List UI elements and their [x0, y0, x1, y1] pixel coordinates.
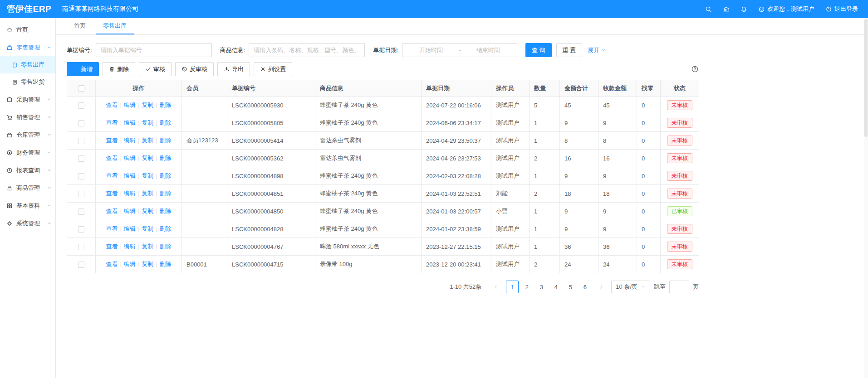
delete-button[interactable]: 删除	[103, 62, 135, 76]
row-action-edit[interactable]: 编辑	[124, 137, 136, 144]
product-cell: 蜂蜜柚子茶 240g 黄色	[315, 185, 422, 203]
sidebar-item-goods[interactable]: 商品管理	[0, 179, 55, 197]
sidebar-item-home[interactable]: 首页	[0, 21, 55, 39]
row-action-edit[interactable]: 编辑	[124, 119, 136, 126]
action-separator: |	[156, 119, 157, 126]
status-cell: 未审核	[661, 132, 699, 150]
row-checkbox[interactable]	[78, 173, 84, 179]
sidebar-item-retail[interactable]: 零售管理	[0, 39, 55, 56]
row-action-copy[interactable]: 复制	[142, 172, 153, 179]
logout-button[interactable]: 退出登录	[825, 5, 858, 13]
sidebar-item-basedata[interactable]: 基本资料	[0, 197, 55, 214]
sidebar-item-finance[interactable]: 财务管理	[0, 144, 55, 161]
row-checkbox[interactable]	[78, 138, 84, 144]
row-action-copy[interactable]: 复制	[142, 119, 153, 126]
row-action-edit[interactable]: 编辑	[124, 243, 136, 250]
page-button-1[interactable]: 1	[506, 281, 519, 293]
notifications-button[interactable]	[740, 6, 747, 13]
select-all-checkbox[interactable]	[78, 85, 84, 92]
row-action-view[interactable]: 查看	[106, 243, 118, 250]
row-action-delete[interactable]: 删除	[160, 190, 172, 197]
row-action-edit[interactable]: 编辑	[124, 225, 136, 232]
search-button[interactable]	[705, 6, 712, 13]
row-action-view[interactable]: 查看	[106, 172, 118, 179]
row-action-delete[interactable]: 删除	[160, 243, 172, 250]
column-settings-button[interactable]: 列设置	[254, 62, 292, 76]
row-action-edit[interactable]: 编辑	[124, 155, 136, 161]
audit-button[interactable]: 审核	[139, 62, 172, 76]
row-action-view[interactable]: 查看	[106, 190, 118, 197]
next-page-button[interactable]	[595, 281, 608, 293]
jump-page-input[interactable]	[669, 281, 689, 293]
row-checkbox[interactable]	[78, 155, 84, 162]
row-action-view[interactable]: 查看	[106, 225, 118, 232]
row-checkbox[interactable]	[78, 226, 84, 233]
row-action-delete[interactable]: 删除	[160, 225, 172, 232]
row-checkbox[interactable]	[78, 191, 84, 197]
scrollbar-thumb[interactable]	[864, 19, 868, 137]
row-action-edit[interactable]: 编辑	[124, 190, 136, 197]
page-button-5[interactable]: 5	[564, 281, 577, 293]
row-checkbox[interactable]	[78, 120, 84, 126]
sidebar-item-warehouse[interactable]: 仓库管理	[0, 126, 55, 144]
date-range-picker[interactable]: ~	[402, 43, 517, 57]
row-action-delete[interactable]: 删除	[160, 261, 172, 267]
expand-filters-link[interactable]: 展开	[588, 46, 606, 54]
row-action-delete[interactable]: 删除	[160, 208, 172, 214]
row-action-edit[interactable]: 编辑	[124, 172, 136, 179]
end-date-input[interactable]	[463, 47, 513, 53]
export-button[interactable]: 导出	[217, 62, 250, 76]
sidebar-item-system[interactable]: 系统管理	[0, 214, 55, 232]
sidebar-item-report[interactable]: 报表查询	[0, 161, 55, 179]
page-size-select[interactable]: 10 条/页	[611, 281, 650, 293]
row-action-view[interactable]: 查看	[106, 102, 118, 108]
sidebar-item-purchase[interactable]: 采购管理	[0, 91, 55, 108]
prev-page-button[interactable]	[490, 281, 502, 293]
row-checkbox[interactable]	[78, 102, 84, 109]
row-action-copy[interactable]: 复制	[142, 102, 153, 108]
unaudit-button[interactable]: 反审核	[175, 62, 214, 76]
sidebar-subitem-retail-return[interactable]: 零售退货	[0, 73, 55, 91]
row-action-delete[interactable]: 删除	[160, 155, 172, 161]
search-submit-button[interactable]: 查 询	[525, 43, 552, 57]
row-action-copy[interactable]: 复制	[142, 225, 153, 232]
row-action-delete[interactable]: 删除	[160, 102, 172, 108]
row-action-edit[interactable]: 编辑	[124, 208, 136, 214]
row-action-delete[interactable]: 删除	[160, 172, 172, 179]
page-button-6[interactable]: 6	[579, 281, 591, 293]
tab-retail-outbound[interactable]: 零售出库	[96, 18, 134, 34]
row-checkbox[interactable]	[78, 262, 84, 268]
row-checkbox[interactable]	[78, 208, 84, 215]
row-action-delete[interactable]: 删除	[160, 119, 172, 126]
sidebar-subitem-retail-outbound[interactable]: 零售出库	[0, 56, 55, 73]
row-action-copy[interactable]: 复制	[142, 155, 153, 161]
page-button-2[interactable]: 2	[520, 281, 533, 293]
column-header: 收款金额	[598, 80, 637, 97]
reset-button[interactable]: 重 置	[556, 43, 583, 57]
row-action-edit[interactable]: 编辑	[124, 261, 136, 267]
add-button[interactable]: 新增	[67, 62, 99, 76]
row-action-copy[interactable]: 复制	[142, 243, 153, 250]
row-action-edit[interactable]: 编辑	[124, 102, 136, 108]
page-button-4[interactable]: 4	[549, 281, 562, 293]
row-checkbox[interactable]	[78, 244, 84, 250]
row-action-view[interactable]: 查看	[106, 208, 118, 214]
row-action-copy[interactable]: 复制	[142, 208, 153, 214]
row-action-delete[interactable]: 删除	[160, 137, 172, 144]
row-action-view[interactable]: 查看	[106, 119, 118, 126]
bill-no-input[interactable]	[96, 43, 212, 57]
row-action-copy[interactable]: 复制	[142, 190, 153, 197]
start-date-input[interactable]	[406, 47, 456, 53]
product-info-input[interactable]	[249, 43, 365, 57]
row-action-copy[interactable]: 复制	[142, 261, 153, 267]
sidebar-item-sales[interactable]: 销售管理	[0, 108, 55, 126]
row-action-view[interactable]: 查看	[106, 155, 118, 161]
row-action-view[interactable]: 查看	[106, 261, 118, 267]
tab-home[interactable]: 首页	[67, 18, 93, 34]
organization-button[interactable]	[723, 6, 730, 13]
row-action-view[interactable]: 查看	[106, 137, 118, 144]
user-welcome[interactable]: 欢迎您，测试用户	[758, 5, 814, 13]
help-icon[interactable]	[691, 65, 699, 73]
row-action-copy[interactable]: 复制	[142, 137, 153, 144]
page-button-3[interactable]: 3	[535, 281, 548, 293]
